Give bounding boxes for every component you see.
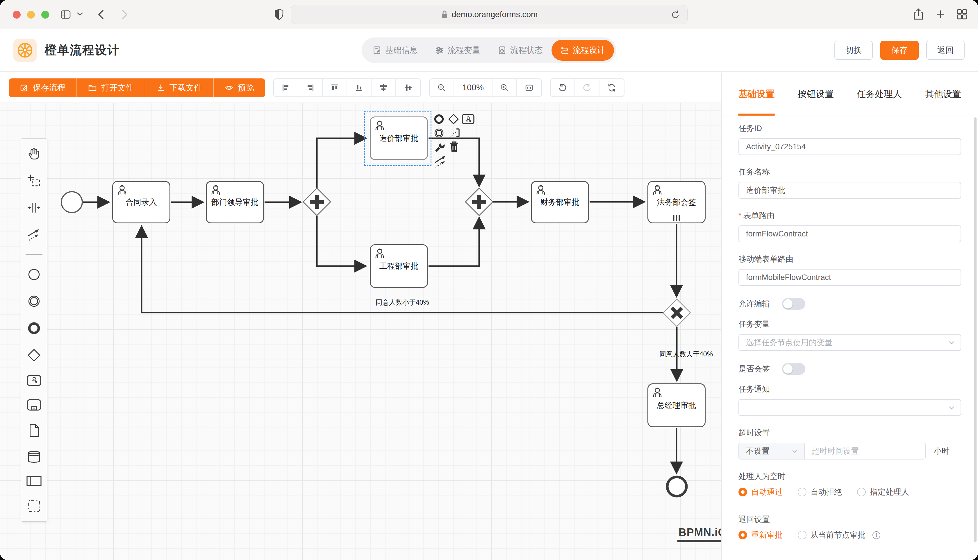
create-user-task[interactable] [27, 375, 42, 386]
align-top-button[interactable] [323, 79, 347, 97]
append-end-event-icon[interactable] [433, 113, 445, 125]
preview-button[interactable]: 预览 [214, 78, 265, 97]
append-task-icon[interactable] [461, 114, 475, 124]
sidebar-toggle-icon[interactable] [59, 8, 72, 21]
properties-panel: 基础设置 按钮设置 任务处理人 其他设置 任务ID 任务名称 *表单路由 [721, 73, 978, 560]
tab-label: 流程变量 [448, 45, 480, 56]
reload-icon[interactable] [670, 9, 681, 20]
zoom-in-button[interactable] [493, 79, 517, 97]
open-file-button[interactable]: 打开文件 [77, 78, 145, 97]
create-data-object[interactable] [28, 423, 40, 438]
align-right-button[interactable] [298, 79, 323, 97]
timeout-mode-select[interactable]: 不设置 [739, 443, 805, 459]
undo-button[interactable] [551, 79, 575, 97]
align-center-vertical-button[interactable] [396, 79, 420, 97]
create-participant-pool[interactable] [26, 476, 42, 486]
task-node-countersign[interactable]: 法务部会签 [647, 181, 705, 223]
back-button-app[interactable]: 返回 [926, 41, 965, 60]
align-left-button[interactable] [274, 79, 298, 97]
radio-auto-reject[interactable]: 自动拒绝 [798, 487, 842, 497]
info-icon[interactable]: ! [873, 531, 880, 539]
edge-label-approve[interactable]: 同意人数大于40% [659, 350, 713, 359]
task-node[interactable]: 总经理审批 [647, 383, 705, 427]
minimize-window-button[interactable] [27, 11, 35, 18]
exclusive-gateway[interactable] [663, 299, 690, 327]
tab-overview-icon[interactable] [955, 8, 969, 21]
download-icon [156, 83, 165, 92]
connect-flow-icon[interactable] [433, 155, 448, 169]
privacy-shield-icon[interactable] [274, 8, 284, 21]
redo-button[interactable] [575, 79, 600, 97]
lasso-tool[interactable] [27, 174, 41, 188]
tab-process-design[interactable]: 流程设计 [552, 40, 614, 61]
zoom-window-button[interactable] [41, 11, 49, 18]
task-id-input[interactable] [739, 138, 961, 155]
task-notify-select[interactable] [739, 399, 961, 416]
switch-button[interactable]: 切换 [834, 41, 873, 60]
share-icon[interactable] [912, 8, 925, 21]
tab-basic-info[interactable]: 基础信息 [364, 40, 426, 61]
task-node[interactable]: 工程部审批 [370, 244, 428, 288]
tab-button-settings[interactable]: 按钮设置 [798, 73, 834, 116]
zoom-out-button[interactable] [430, 79, 454, 97]
reset-button[interactable] [600, 79, 624, 97]
append-intermediate-event-icon[interactable] [433, 127, 445, 139]
bpmn-io-watermark[interactable]: BPMN.iO [677, 526, 721, 542]
edge-label-reject[interactable]: 同意人数小于40% [376, 298, 429, 307]
radio-auto-approve[interactable]: 自动通过 [739, 487, 782, 497]
timeout-value-input[interactable] [805, 443, 925, 459]
create-call-activity[interactable] [27, 399, 42, 411]
append-gateway-icon[interactable] [448, 113, 459, 125]
bpmn-canvas[interactable]: 合同录入 部门领导审批 造价部审批 工程部审批 财务部审批 [0, 103, 721, 560]
task-variable-select[interactable] [739, 334, 961, 351]
task-node[interactable]: 部门领导审批 [206, 181, 264, 223]
download-file-button[interactable]: 下载文件 [145, 78, 214, 97]
save-flow-button[interactable]: 保存流程 [9, 78, 77, 97]
tab-process-variables[interactable]: 流程变量 [426, 40, 489, 61]
space-tool[interactable] [27, 200, 41, 215]
align-center-horizontal-button[interactable] [371, 79, 396, 97]
tab-other-settings[interactable]: 其他设置 [925, 73, 961, 116]
mobile-form-route-input[interactable] [739, 269, 961, 286]
change-type-wrench-icon[interactable] [434, 141, 446, 153]
radio-restart-approval[interactable]: 重新审批 [739, 530, 782, 540]
start-event[interactable] [61, 192, 82, 213]
radio-current-node-approval[interactable]: 从当前节点审批! [798, 530, 880, 540]
align-bottom-button[interactable] [347, 79, 371, 97]
end-event[interactable] [667, 477, 686, 496]
task-node[interactable]: 合同录入 [112, 181, 171, 223]
chevron-down-icon [948, 339, 955, 347]
tab-task-assignee[interactable]: 任务处理人 [857, 73, 902, 116]
parallel-gateway-split[interactable] [303, 188, 331, 215]
allow-edit-toggle[interactable] [782, 298, 805, 310]
tab-basic-settings[interactable]: 基础设置 [739, 73, 774, 116]
process-nav-tabs: 基础信息 流程变量 流程状态 流程设计 [362, 37, 616, 63]
global-connect-tool[interactable] [27, 227, 41, 242]
radio-assign-handler[interactable]: 指定处理人 [857, 487, 909, 497]
create-start-event[interactable] [27, 267, 41, 282]
forward-button[interactable] [119, 8, 130, 22]
delete-trash-icon[interactable] [448, 141, 460, 153]
chevron-down-icon[interactable] [76, 12, 84, 17]
fit-viewport-button[interactable] [517, 79, 541, 97]
create-end-event[interactable] [27, 321, 41, 335]
panel-scrollbar[interactable] [974, 117, 976, 542]
hand-tool[interactable] [27, 147, 41, 161]
countersign-toggle[interactable] [782, 363, 805, 375]
parallel-gateway-join[interactable] [465, 188, 493, 215]
close-window-button[interactable] [13, 11, 21, 18]
zoom-level: 100% [454, 79, 493, 97]
address-bar[interactable]: demo.orangeforms.com [291, 5, 687, 24]
save-button[interactable]: 保存 [880, 41, 919, 60]
task-node[interactable]: 财务部审批 [531, 181, 589, 223]
back-button[interactable] [95, 8, 107, 22]
tab-process-status[interactable]: 流程状态 [489, 40, 552, 61]
create-group[interactable] [27, 499, 41, 513]
form-route-input[interactable] [739, 225, 961, 242]
create-intermediate-event[interactable] [27, 294, 41, 308]
create-gateway[interactable] [27, 348, 41, 362]
append-text-annotation-icon[interactable] [448, 127, 461, 139]
create-data-store[interactable] [27, 450, 41, 463]
task-name-input[interactable] [739, 182, 961, 199]
new-tab-icon[interactable] [934, 8, 947, 21]
